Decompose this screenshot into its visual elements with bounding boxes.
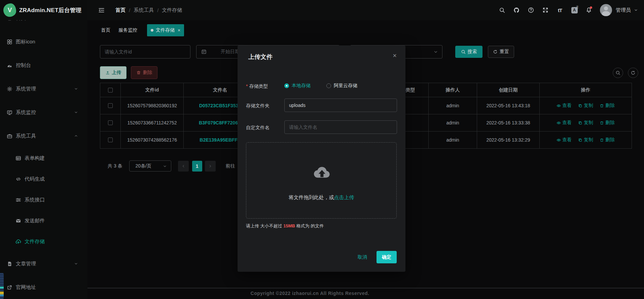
top-bar: 首页 / 系统工具 / 文件存储 tT A 文 管理员	[87, 0, 644, 20]
breadcrumb: 首页 / 系统工具 / 文件存储	[115, 7, 182, 13]
sidebar-item-send-mail[interactable]: 发送邮件	[0, 210, 87, 231]
delete-button[interactable]: 删除	[131, 66, 157, 79]
copy-link[interactable]: 复制	[578, 103, 593, 109]
delete-link[interactable]: 删除	[600, 120, 615, 126]
pagination: 共 3 条 20条/页 1 前往	[108, 160, 253, 172]
sidebar-item-system-admin[interactable]: 系统管理	[0, 77, 87, 101]
grid-icon	[7, 39, 12, 45]
bell-icon[interactable]	[585, 7, 592, 13]
sidebar-item-home[interactable]: 首页	[0, 20, 87, 30]
row-checkbox[interactable]	[108, 120, 113, 125]
sidebar-item-console[interactable]: 控制台	[0, 53, 87, 77]
cancel-button[interactable]: 取消	[358, 254, 367, 260]
sidebar-item-system-api[interactable]: 系统接口	[0, 189, 87, 210]
collapse-menu-icon[interactable]	[98, 7, 105, 13]
search-icon[interactable]	[499, 7, 505, 13]
form-icon	[15, 155, 21, 161]
radio-selected-icon	[284, 83, 289, 88]
sidebar-item-icons[interactable]: 图标icon	[0, 30, 87, 53]
upload-dialog: 上传文件 × *存储类型 本地存储 阿里云存储 存储文件夹 自定文件名 将文件拖…	[238, 45, 405, 272]
breadcrumb-home[interactable]: 首页	[115, 7, 126, 13]
active-dot	[151, 29, 153, 32]
upload-dropzone[interactable]: 将文件拖到此处，或点击上传	[246, 142, 397, 219]
page-size-select[interactable]: 20条/页	[129, 160, 171, 172]
close-icon[interactable]: ×	[393, 52, 397, 59]
search-icon	[615, 70, 620, 75]
tab-file-storage[interactable]: 文件存储 ×	[147, 24, 184, 36]
breadcrumb-system-tools[interactable]: 系统工具	[134, 7, 154, 13]
click-upload-link[interactable]: 点击上传	[334, 194, 354, 200]
select-all-checkbox[interactable]	[108, 88, 113, 92]
tab-service-monitor[interactable]: 服务监控	[118, 27, 137, 33]
size-limit: 15MB	[283, 223, 295, 228]
file-id-input[interactable]	[100, 45, 190, 59]
chevron-left-icon	[181, 164, 185, 168]
reset-button[interactable]: 重置	[488, 46, 514, 58]
username[interactable]: 管理员	[616, 7, 631, 13]
copyright: Copyright ©2022 izhaorui.cn All Rights R…	[251, 291, 369, 296]
view-link[interactable]: 查看	[557, 137, 572, 143]
refresh-table-button[interactable]	[628, 68, 638, 78]
sidebar-item-code-gen[interactable]: 代码生成	[0, 169, 87, 189]
footer-divider	[87, 288, 644, 288]
search-icon	[461, 49, 466, 54]
chevron-down-icon[interactable]	[634, 8, 638, 12]
view-link[interactable]: 查看	[557, 103, 572, 109]
search-button[interactable]: 搜索	[455, 46, 482, 58]
delete-link[interactable]: 删除	[600, 137, 615, 143]
sidebar-item-system-tools[interactable]: 系统工具	[0, 124, 87, 148]
chevron-down-icon	[74, 262, 78, 266]
calendar-icon	[201, 49, 207, 54]
view-link[interactable]: 查看	[557, 120, 572, 126]
fullscreen-icon[interactable]	[542, 7, 549, 13]
radio-unselected-icon	[326, 83, 331, 88]
next-page-button[interactable]	[205, 161, 216, 172]
copy-link[interactable]: 复制	[578, 120, 593, 126]
github-icon[interactable]	[513, 7, 520, 13]
mail-icon	[15, 218, 21, 224]
folder-input[interactable]	[284, 99, 397, 112]
chevron-right-icon	[208, 164, 212, 168]
sidebar-item-file-storage[interactable]: 文件存储	[0, 231, 87, 252]
confirm-button[interactable]: 确定	[377, 251, 397, 263]
delete-link[interactable]: 删除	[600, 103, 615, 109]
copy-link[interactable]: 复制	[578, 137, 593, 143]
sidebar-menu: 首页 图标icon 控制台 系统管理 系统监控 系统工	[0, 20, 87, 299]
page-number-1[interactable]: 1	[192, 161, 202, 172]
close-icon[interactable]: ×	[178, 28, 180, 33]
avatar[interactable]	[600, 4, 612, 16]
trash-icon	[600, 138, 604, 142]
dock-widget[interactable]	[0, 273, 4, 299]
tab-home[interactable]: 首页	[101, 27, 110, 33]
translate-icon[interactable]: A 文	[571, 7, 578, 13]
row-checkbox[interactable]	[108, 103, 113, 108]
text-size-icon[interactable]: tT	[557, 7, 563, 13]
radio-local-storage[interactable]: 本地存储	[284, 82, 311, 90]
sidebar-item-form-builder[interactable]: 表单构建	[0, 148, 87, 169]
cloud-upload-icon	[15, 239, 21, 245]
cloud-upload-icon	[310, 163, 332, 179]
monitor-icon	[7, 110, 12, 115]
breadcrumb-file-storage[interactable]: 文件存储	[162, 7, 182, 13]
upload-button[interactable]: 上传	[100, 66, 127, 79]
help-icon[interactable]	[528, 7, 534, 13]
sidebar-item-article-admin[interactable]: 文章管理	[0, 252, 87, 275]
chevron-down-icon	[74, 110, 78, 114]
app-logo: V	[3, 3, 16, 17]
storage-type-label: *存储类型	[246, 83, 268, 89]
sidebar-item-system-monitor[interactable]: 系统监控	[0, 101, 87, 124]
prev-page-button[interactable]	[178, 161, 189, 172]
eye-icon	[557, 104, 561, 108]
upload-icon	[105, 70, 110, 75]
goto-label: 前往	[226, 163, 235, 169]
chevron-down-icon	[433, 49, 438, 54]
toggle-search-button[interactable]	[613, 68, 623, 78]
dropzone-text: 将文件拖到此处，或点击上传	[246, 194, 396, 201]
filename-input[interactable]	[284, 120, 397, 134]
document-icon	[7, 261, 12, 267]
row-checkbox[interactable]	[108, 138, 113, 142]
logo-row[interactable]: V ZRAdmin.NET后台管理	[0, 0, 87, 20]
sidebar-item-website[interactable]: 官网地址	[0, 275, 87, 299]
radio-aliyun-storage[interactable]: 阿里云存储	[326, 82, 357, 90]
total-count: 共 3 条	[108, 163, 122, 169]
